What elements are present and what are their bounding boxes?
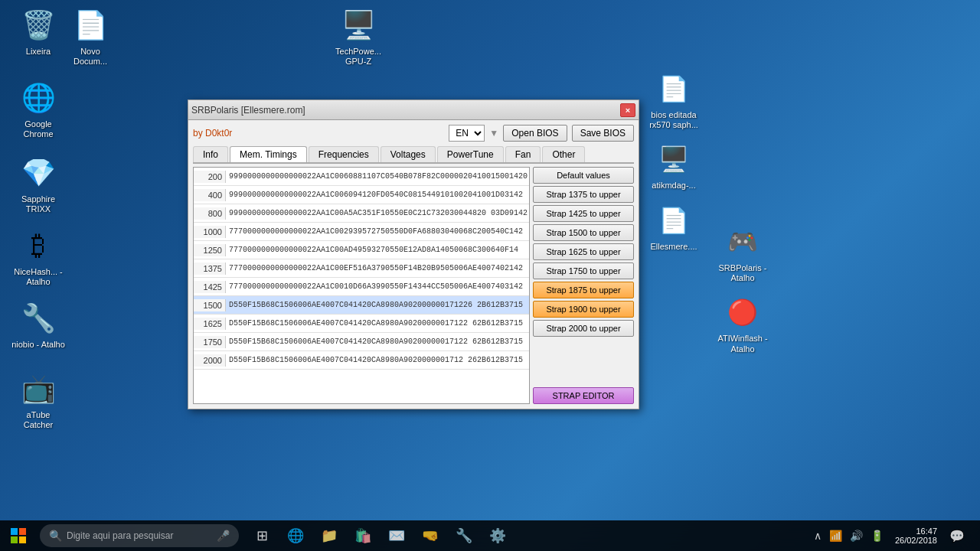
tab-fan[interactable]: Fan: [505, 146, 541, 162]
start-button[interactable]: [0, 520, 37, 551]
task-view-button[interactable]: ⊞: [245, 520, 279, 551]
clock-time: 16:47: [916, 527, 937, 536]
strap-1875-upper-button[interactable]: Strap 1875 to upper: [533, 282, 634, 298]
table-row[interactable]: 1375 7770000000000000022AA1C00EF516A3790…: [194, 259, 529, 278]
tab-content: 200 9990000000000000022AA1C0060881107C05…: [193, 167, 634, 404]
table-row[interactable]: 2000 D550F15B68C1506006AE4007C041420CA89…: [194, 351, 529, 370]
taskbar-pinned-items: ⊞ 🌐 📁 🛍️ ✉️ 🤜 🔧 ⚙️: [242, 520, 805, 551]
battery-icon[interactable]: 🔋: [868, 530, 886, 542]
tool1-taskbar-item[interactable]: 🔧: [447, 520, 481, 551]
lang-dropdown-icon[interactable]: ▼: [489, 128, 498, 139]
table-row[interactable]: 800 9990000000000000022AA1C00A5AC351F105…: [194, 204, 529, 223]
file-explorer-taskbar-item[interactable]: 📁: [312, 520, 346, 551]
tab-other[interactable]: Other: [542, 146, 585, 162]
desktop-icon-sapphire[interactable]: 💎 Sapphire TRIXX: [8, 152, 69, 217]
search-icon: 🔍: [49, 530, 62, 542]
table-row[interactable]: 400 9990000000000000022AA1C006094120FD05…: [194, 186, 529, 204]
tool2-taskbar-item[interactable]: ⚙️: [481, 520, 514, 551]
desktop-icon-techpowerup[interactable]: 🖥️ TechPowe... GPU-Z: [328, 4, 389, 70]
language-select[interactable]: EN: [449, 125, 485, 142]
desktop-icon-atube[interactable]: 📺 aTube Catcher: [8, 367, 69, 433]
strap-2000-upper-button[interactable]: Strap 2000 to upper: [533, 320, 634, 337]
table-row[interactable]: 1000 7770000000000000022AA1C002939572750…: [194, 223, 529, 241]
store-taskbar-item[interactable]: 🛍️: [346, 520, 380, 551]
table-scroll-area[interactable]: 200 9990000000000000022AA1C0060881107C05…: [194, 168, 529, 403]
strap-1375-upper-button[interactable]: Strap 1375 to upper: [533, 186, 634, 203]
windows-logo-icon: [11, 528, 26, 543]
table-row-selected[interactable]: 1500 D550F15B68C1506006AE4007C041420CA89…: [194, 296, 529, 315]
open-bios-button[interactable]: Open BIOS: [503, 125, 567, 142]
table-row[interactable]: 200 9990000000000000022AA1C0060881107C05…: [194, 168, 529, 186]
table-row[interactable]: 1250 7770000000000000022AA1C00AD49593270…: [194, 241, 529, 259]
desktop-icon-atiwinflash[interactable]: 🔴 ATIWinflash - Atalho: [712, 291, 773, 357]
window-close-button[interactable]: ×: [620, 103, 635, 117]
window-body: by D0kt0r EN ▼ Open BIOS Save BIOS Info …: [188, 120, 639, 409]
desktop-icon-chrome[interactable]: 🌐 Google Chrome: [8, 77, 69, 142]
tab-bar: Info Mem. Timings Frequencies Voltages P…: [193, 146, 634, 164]
edge-taskbar-item[interactable]: 🌐: [279, 520, 312, 551]
tab-frequencies[interactable]: Frequencies: [309, 146, 379, 162]
desktop-icon-srbpolaris[interactable]: 🎮 SRBPolaris - Atalho: [712, 220, 773, 286]
strap-1750-upper-button[interactable]: Strap 1750 to upper: [533, 262, 634, 279]
strap-1500-upper-button[interactable]: Strap 1500 to upper: [533, 224, 634, 241]
system-clock[interactable]: 16:47 26/02/2018: [895, 527, 937, 545]
strap-1425-upper-button[interactable]: Strap 1425 to upper: [533, 205, 634, 222]
desktop-icon-novo-doc[interactable]: 📄 Novo Docum...: [60, 4, 121, 70]
window-toolbar: by D0kt0r EN ▼ Open BIOS Save BIOS: [193, 125, 634, 142]
tab-info[interactable]: Info: [193, 146, 228, 162]
strap-editor-button[interactable]: STRAP EDITOR: [533, 387, 634, 404]
author-label: by D0kt0r: [193, 128, 444, 139]
mem-timings-table: 200 9990000000000000022AA1C0060881107C05…: [193, 167, 530, 404]
window-title: SRBPolaris [Ellesmere.rom]: [191, 105, 305, 116]
network-icon[interactable]: 📶: [827, 530, 844, 542]
tray-expand-icon[interactable]: ∧: [812, 530, 824, 542]
desktop-icon-niobio[interactable]: 🔧 niobio - Atalho: [8, 297, 69, 353]
desktop-icon-ellesmere[interactable]: 📄 Ellesmere....: [643, 199, 704, 255]
notification-center-button[interactable]: 💬: [940, 520, 974, 551]
search-input[interactable]: [67, 530, 212, 541]
tab-voltages[interactable]: Voltages: [381, 146, 436, 162]
desktop-icon-nicehash[interactable]: ₿ NiceHash... - Atalho: [8, 224, 69, 290]
taskbar-search-bar[interactable]: 🔍 🎤: [40, 524, 239, 547]
tab-powertune[interactable]: PowerTune: [437, 146, 504, 162]
microphone-icon[interactable]: 🎤: [217, 530, 230, 542]
action-buttons-panel: Default values Strap 1375 to upper Strap…: [533, 167, 634, 404]
mail-taskbar-item[interactable]: ✉️: [380, 520, 413, 551]
table-row[interactable]: 1625 D550F15B68C1506006AE4007C041420CA89…: [194, 315, 529, 333]
tab-mem-timings[interactable]: Mem. Timings: [230, 146, 307, 162]
system-tray: ∧ 📶 🔊 🔋 16:47 26/02/2018 💬: [805, 520, 980, 551]
window-titlebar: SRBPolaris [Ellesmere.rom] ×: [188, 100, 639, 120]
desktop-icon-bios-editada[interactable]: 📄 bios editada rx570 saph...: [643, 67, 704, 133]
media-taskbar-item[interactable]: 🤜: [413, 520, 447, 551]
table-row[interactable]: 1750 D550F15B68C1506006AE4007C041420CA89…: [194, 333, 529, 351]
table-row[interactable]: 1425 7770000000000000022AA1C0010D66A3990…: [194, 278, 529, 296]
default-values-button[interactable]: Default values: [533, 167, 634, 184]
desktop: 🗑️ Lixeira 📄 Novo Docum... 🖥️ TechPowe..…: [0, 0, 980, 551]
strap-1625-upper-button[interactable]: Strap 1625 to upper: [533, 243, 634, 260]
volume-icon[interactable]: 🔊: [848, 530, 865, 542]
clock-date: 26/02/2018: [895, 536, 937, 545]
desktop-icon-atikm[interactable]: 🖥️ atikmdag-...: [643, 138, 704, 194]
taskbar: 🔍 🎤 ⊞ 🌐 📁 🛍️ ✉️ 🤜 🔧 ⚙️ ∧ 📶 🔊 🔋 16:47 26/…: [0, 520, 980, 551]
strap-1900-upper-button[interactable]: Strap 1900 to upper: [533, 301, 634, 318]
srb-polaris-window: SRBPolaris [Ellesmere.rom] × by D0kt0r E…: [188, 99, 639, 409]
save-bios-button[interactable]: Save BIOS: [572, 125, 634, 142]
